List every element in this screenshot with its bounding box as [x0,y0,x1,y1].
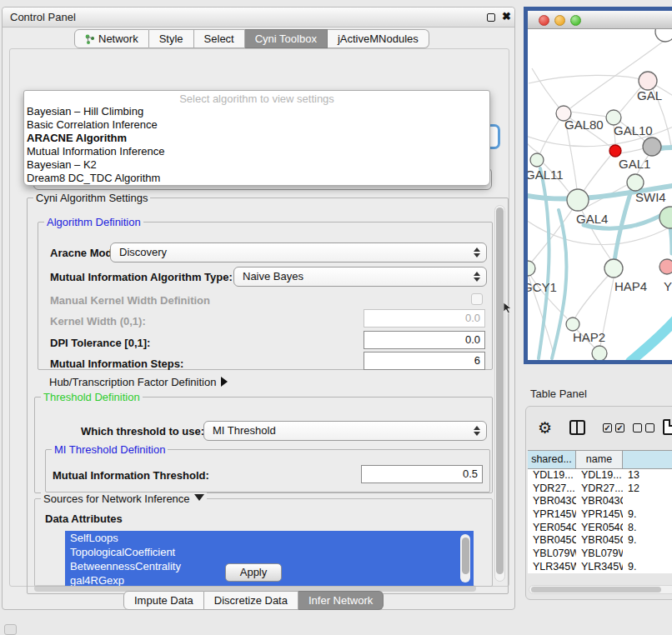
table-horizontal-scrollbar-thumb[interactable] [531,587,661,592]
table-cell[interactable]: YPR145W [528,508,576,522]
mi-type-combo[interactable]: Naive Bayes [233,267,487,287]
document-icon[interactable] [663,419,672,435]
settings-vertical-scrollbar-thumb[interactable] [496,208,504,574]
table-row[interactable]: YLR345WYLR345W9. [528,561,672,573]
network-node[interactable] [659,259,672,274]
aracne-mode-combo[interactable]: Discovery [110,242,487,262]
manual-kernel-checkbox[interactable] [471,293,483,305]
tab-network[interactable]: Network [74,29,149,48]
popup-item-highlighted[interactable]: ARACNE Algorithm [24,132,489,145]
table-cell[interactable]: YBL079W [528,548,576,561]
float-window-icon[interactable] [487,13,495,22]
network-canvas[interactable]: GALGAL80GAL10GAL1GAL11SWI4GAL4GCY1HAP4YH… [528,29,672,360]
mac-zoom-button[interactable] [570,15,581,26]
mac-minimize-button[interactable] [554,15,565,26]
tab-style[interactable]: Style [149,29,194,48]
tab-jactivemnodules[interactable]: jActiveMNodules [328,29,429,48]
table-row[interactable]: YDR27...YDR27...12 [528,482,672,496]
dpi-tolerance-field[interactable]: 0.0 [364,331,485,349]
attribute-item-selected[interactable]: TopologicalCoefficient [65,545,474,559]
popup-item[interactable]: Mutual Information Inference [24,145,489,158]
network-node[interactable] [604,259,623,278]
popup-item[interactable]: Dream8 DC_TDC Algorithm [24,172,489,185]
table-cell[interactable]: YBR045C [528,534,576,548]
mi-steps-field[interactable]: 6 [364,352,485,370]
settings-vertical-scrollbar[interactable] [494,205,505,582]
network-node[interactable] [530,153,544,167]
table-cell[interactable]: 12 [623,482,672,496]
table-row[interactable]: YPR145WYPR145W9. [528,508,672,522]
tab-discretize-data[interactable]: Discretize Data [204,591,298,610]
stepper-arrows-icon [473,247,480,258]
table-cell[interactable]: YDR27... [576,482,623,496]
table-cell[interactable]: 13 [623,469,672,482]
window-grip[interactable] [4,624,17,635]
columns-icon[interactable] [569,420,585,435]
popup-item[interactable]: Basic Correlation Inference [24,118,489,132]
stepper-arrows-icon [473,271,480,282]
attribute-list-scrollbar-thumb[interactable] [462,538,469,574]
network-node[interactable] [592,346,607,360]
table-panel: ⚙ ✓ ✓ shared... name YDL19...YDL19...13Y… [525,406,672,600]
popup-item[interactable]: Bayesian – K2 [24,158,489,172]
kernel-width-field[interactable]: 0.0 [364,309,485,328]
network-node[interactable] [627,174,644,191]
network-node[interactable] [655,29,672,42]
dpi-tolerance-label: DPI Tolerance [0,1]: [50,337,150,349]
attribute-item-selected[interactable]: SelfLoops [65,531,474,545]
table-cell[interactable]: YDL19... [576,469,623,482]
network-node[interactable] [528,261,535,276]
select-all-checkbox-icon[interactable]: ✓ [615,423,624,432]
table-cell[interactable]: YBR043C [576,495,623,508]
table-cell[interactable]: YLR345W [528,561,576,573]
table-cell[interactable]: YER054C [576,522,623,535]
mi-threshold-field[interactable]: 0.5 [361,465,483,483]
table-cell[interactable]: YDL19... [528,469,576,482]
apply-button[interactable]: Apply [225,563,282,582]
sources-group-title[interactable]: Sources for Network Inference [41,492,207,505]
select-all-checkbox-icon[interactable]: ✓ [603,423,612,432]
network-node[interactable] [659,207,672,228]
network-node[interactable] [643,138,661,156]
network-node[interactable] [639,72,657,90]
table-row[interactable]: YBR043CYBR043C [528,495,672,508]
hub-definition-toggle[interactable]: Hub/Transcription Factor Definition [49,376,228,388]
table-cell[interactable]: YBR045C [576,534,623,548]
table-row[interactable]: YER054CYER054C8. [528,522,672,535]
table-cell[interactable]: 9. [623,508,672,522]
table-cell[interactable]: YBR043C [528,495,576,508]
table-cell[interactable]: YPR145W [576,508,623,522]
popup-item[interactable]: Bayesian – Hill Climbing [24,105,489,118]
table-horizontal-scrollbar[interactable] [529,585,672,594]
network-node[interactable] [567,189,589,211]
table-row[interactable]: YBR045CYBR045C9. [528,534,672,548]
network-node-label: SWI4 [635,190,666,204]
table-cell[interactable]: YDR27... [528,482,576,496]
table-cell[interactable]: 8. [623,522,672,535]
table-row[interactable]: YDL19...YDL19...13 [528,469,672,482]
column-header-name[interactable]: name [576,451,623,468]
deselect-checkbox-icon[interactable] [645,423,654,432]
network-node[interactable] [566,318,579,331]
table-cell[interactable] [623,548,672,561]
tab-infer-network[interactable]: Infer Network [298,591,384,610]
network-node[interactable] [609,145,621,157]
column-header-shared-name[interactable]: shared... [528,451,576,468]
table-row[interactable]: YBL079WYBL079W [528,548,672,561]
table-cell[interactable]: 9. [623,534,672,548]
table-cell[interactable]: 9. [623,561,672,573]
which-threshold-combo[interactable]: MI Threshold [203,421,487,441]
tab-cyni-toolbox[interactable]: Cyni Toolbox [245,29,328,48]
gear-icon[interactable]: ⚙ [538,418,552,438]
table-cell[interactable]: YER054C [528,522,576,535]
tab-select[interactable]: Select [194,29,245,48]
deselect-checkbox-icon[interactable] [633,423,642,432]
mac-close-button[interactable] [539,15,549,26]
column-header-extra[interactable] [623,451,672,468]
table-cell[interactable] [623,495,672,508]
table-cell[interactable]: YBL079W [576,548,623,561]
table-cell[interactable]: YLR345W [576,561,623,573]
tab-impute-data[interactable]: Impute Data [123,591,204,610]
close-icon[interactable]: ✖ [502,10,511,22]
attribute-list-scrollbar[interactable] [460,534,470,582]
